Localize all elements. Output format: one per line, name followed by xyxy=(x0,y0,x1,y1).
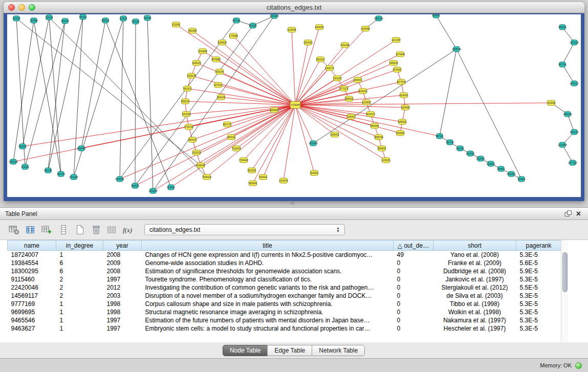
cell-year[interactable]: 2008 xyxy=(103,251,142,259)
cell-short[interactable]: Hescheler et al. (1997) xyxy=(433,324,516,333)
cell-out_degree[interactable]: 0 xyxy=(394,292,433,300)
table-row[interactable]: 1938455462009Genome-wide association stu… xyxy=(8,259,561,267)
cell-short[interactable]: Franke et al. (2009) xyxy=(433,259,516,267)
cell-title[interactable]: Tourette syndrome. Phenomenology and cla… xyxy=(142,275,394,283)
graph-edge[interactable] xyxy=(74,17,83,177)
cell-name[interactable]: 22420046 xyxy=(8,283,56,292)
graph-edge[interactable] xyxy=(295,105,440,136)
cell-name[interactable]: 19384554 xyxy=(8,259,56,267)
table-row[interactable]: 911546021997Tourette syndrome. Phenomeno… xyxy=(8,275,561,283)
table-row[interactable]: 1830029562008Estimation of significance … xyxy=(8,267,561,275)
cell-pagerank[interactable]: 5.3E-5 xyxy=(516,316,561,324)
table-row[interactable]: 946362711997Embryonic stem cells: a mode… xyxy=(8,324,561,333)
cell-out_degree[interactable]: 0 xyxy=(394,267,433,275)
zoom-button[interactable] xyxy=(29,4,35,11)
table-scrollbar-thumb[interactable] xyxy=(562,252,568,292)
cell-name[interactable]: 9699695 xyxy=(8,308,56,316)
graph-edge[interactable] xyxy=(562,64,574,83)
tab-network-table[interactable]: Network Table xyxy=(312,345,365,356)
graph-edge[interactable] xyxy=(562,42,574,64)
cell-name[interactable]: 9115460 xyxy=(8,275,56,283)
graph-edge[interactable] xyxy=(284,105,295,181)
cell-pagerank[interactable]: 5.3E-5 xyxy=(516,275,561,283)
cell-in_degree[interactable]: 2 xyxy=(56,283,103,292)
cell-title[interactable]: Genome-wide association studies in ADHD. xyxy=(142,259,394,267)
graph-edge[interactable] xyxy=(153,16,274,191)
graph-edge[interactable] xyxy=(440,49,456,136)
cell-title[interactable]: Disruption of a novel member of a sodium… xyxy=(142,292,394,300)
table-row[interactable]: 969969511998Structural magnetic resonanc… xyxy=(8,308,561,316)
cell-short[interactable]: Stergiakouli et al. (2012) xyxy=(433,283,516,292)
cell-year[interactable]: 1997 xyxy=(103,324,142,333)
cell-pagerank[interactable]: 5.6E-5 xyxy=(516,259,561,267)
import-table-icon[interactable] xyxy=(105,223,119,236)
graph-edge[interactable] xyxy=(34,20,61,174)
graph-edge[interactable] xyxy=(253,105,295,183)
cell-short[interactable]: de Silva et al. (2003) xyxy=(433,292,516,300)
cell-name[interactable]: 18300295 xyxy=(8,267,56,275)
graph-edge[interactable] xyxy=(201,105,295,165)
column-header-year[interactable]: year xyxy=(103,240,142,251)
cell-in_degree[interactable]: 6 xyxy=(56,259,103,267)
cell-title[interactable]: Investigating the contribution of common… xyxy=(142,283,394,292)
cell-title[interactable]: Estimation of significance thresholds fo… xyxy=(142,267,394,275)
cell-pagerank[interactable]: 5.3E-5 xyxy=(516,308,561,316)
cell-in_degree[interactable]: 1 xyxy=(56,300,103,308)
tab-node-table[interactable]: Node Table xyxy=(223,345,268,356)
network-canvas[interactable]: 1615031203842341259051331520128654211145… xyxy=(7,14,581,197)
column-header-name[interactable]: name xyxy=(8,240,56,251)
cell-out_degree[interactable]: 0 xyxy=(394,283,433,292)
cell-out_degree[interactable]: 0 xyxy=(394,308,433,316)
cell-pagerank[interactable]: 5.5E-5 xyxy=(516,283,561,292)
graph-edge[interactable] xyxy=(292,30,295,105)
cell-pagerank[interactable]: 5.3E-5 xyxy=(516,300,561,308)
table-row[interactable]: 946554611997Estimation of the future num… xyxy=(8,316,561,324)
cell-pagerank[interactable]: 5.3E-5 xyxy=(516,292,561,300)
cell-out_degree[interactable]: 0 xyxy=(394,316,433,324)
cell-in_degree[interactable]: 6 xyxy=(56,267,103,275)
tab-edge-table[interactable]: Edge Table xyxy=(267,345,312,356)
graph-edge[interactable] xyxy=(49,17,61,174)
graph-edge[interactable] xyxy=(135,26,253,186)
cell-name[interactable]: 9465546 xyxy=(8,316,56,324)
table-row[interactable]: 977716911998Corpus callosum shape and si… xyxy=(8,300,561,308)
cell-name[interactable]: 9777169 xyxy=(8,300,56,308)
cell-short[interactable]: Jankovic et al. (1997) xyxy=(433,275,516,283)
cell-out_degree[interactable]: 0 xyxy=(394,259,433,267)
trash-icon[interactable] xyxy=(89,223,103,236)
minimize-button[interactable] xyxy=(18,4,25,11)
cell-out_degree[interactable]: 0 xyxy=(394,300,433,308)
table-selector-dropdown[interactable]: citations_edges.txt ▲▼ xyxy=(144,224,345,235)
graph-edge[interactable] xyxy=(192,105,295,140)
graph-edge[interactable] xyxy=(295,27,319,105)
float-panel-icon[interactable] xyxy=(562,210,574,217)
table-row[interactable]: 1456911722003Disruption of a novel membe… xyxy=(8,292,561,300)
cell-year[interactable]: 2012 xyxy=(103,283,142,292)
cell-title[interactable]: Corpus callosum shape and size in male p… xyxy=(142,300,394,308)
cell-in_degree[interactable]: 1 xyxy=(56,324,103,333)
column-header-out_degree[interactable]: △ out_de… xyxy=(394,240,433,251)
cell-title[interactable]: Estimation of the future numbers of pati… xyxy=(142,316,394,324)
graph-edge[interactable] xyxy=(295,63,394,105)
cell-in_degree[interactable]: 1 xyxy=(56,316,103,324)
graph-edge[interactable] xyxy=(120,18,123,179)
cell-title[interactable]: Structural magnetic resonance image aver… xyxy=(142,308,394,316)
graph-edge[interactable] xyxy=(13,105,295,162)
table-scrollbar[interactable] xyxy=(561,240,569,342)
graph-edge[interactable] xyxy=(153,105,295,191)
graph-edge[interactable] xyxy=(233,36,295,105)
cell-year[interactable]: 1998 xyxy=(103,300,142,308)
graph-edge[interactable] xyxy=(236,105,295,148)
cell-name[interactable]: 9463627 xyxy=(8,324,56,333)
column-header-pagerank[interactable]: pagerank xyxy=(516,240,561,251)
panel-divider-grip[interactable] xyxy=(289,202,295,205)
cell-short[interactable]: Tibbo et al. (1998) xyxy=(433,300,516,308)
graph-edge[interactable] xyxy=(120,105,295,179)
cell-name[interactable]: 14569117 xyxy=(8,292,56,300)
graph-edge[interactable] xyxy=(456,49,521,179)
graph-edge[interactable] xyxy=(49,17,207,177)
column-header-title[interactable]: title xyxy=(142,240,394,251)
rows-icon[interactable] xyxy=(56,223,70,236)
graph-edge[interactable] xyxy=(244,105,295,160)
cell-in_degree[interactable]: 2 xyxy=(56,292,103,300)
